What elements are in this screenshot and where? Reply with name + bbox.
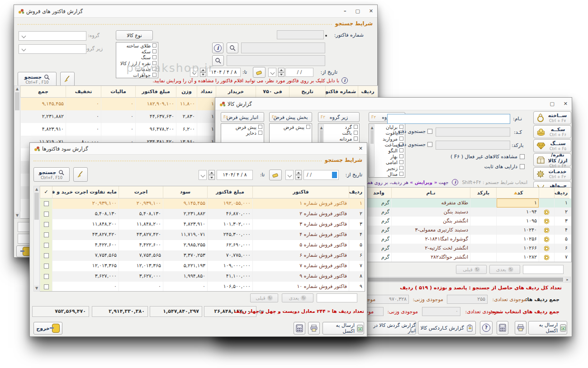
row-checkbox[interactable] xyxy=(44,232,49,237)
next-page-button[interactable]: ↻بعدی xyxy=(489,265,520,274)
list-item[interactable]: گرد xyxy=(324,124,359,130)
product-type-button[interactable]: نوع کالا xyxy=(116,30,153,40)
checkbox[interactable] xyxy=(399,166,403,170)
circulation-report-button[interactable]: گزارش گردش کالا در انبار xyxy=(365,321,416,335)
profit-row[interactable]: ۵,۴۰۸,۱۳۰۵,۴۰۸,۱۳۰۲,۲۳۱,۸۸۲۴۶,۸۷۰,۰۰۰فاک… xyxy=(40,209,365,219)
date-from-dropdown[interactable] xyxy=(285,170,294,180)
code-exact-search[interactable]: جستجوی دقیق xyxy=(387,128,432,134)
date-from-spinner[interactable] xyxy=(295,170,302,180)
checkbox[interactable] xyxy=(399,160,403,164)
checkbox[interactable] xyxy=(152,55,156,59)
filter-button-3[interactable]: F۵انبار پیش فرض xyxy=(221,112,264,122)
exit-button[interactable]: خروج xyxy=(33,322,62,335)
show-inactive-items-option[interactable]: مشاهده کالاهای غیر فعال ( F۶ ) xyxy=(450,154,525,160)
clear-filters-broom-button[interactable] xyxy=(73,167,88,182)
group-dropdown[interactable] xyxy=(19,31,86,41)
row-checkbox[interactable] xyxy=(44,284,49,289)
checkbox[interactable] xyxy=(354,125,358,129)
list-item[interactable]: مردانه xyxy=(324,136,359,142)
profit-table-scrollbar[interactable]: ▲▼ xyxy=(33,186,40,292)
export-excel-button[interactable]: X ارسال به اکسل xyxy=(322,322,364,335)
list-item[interactable]: پیش فرض xyxy=(270,124,312,130)
profit-row[interactable]: ۲۰,۹۳۹,۱۰۰۲۰,۹۳۹,۱۰۰۹,۱۴۵,۴۵۵۱۹۲,۰۵۵,۰۰۰… xyxy=(40,198,365,209)
category-ring-button[interactable]: ســاختهCtrl + F۷ xyxy=(533,111,571,124)
product-type-item[interactable]: طلای ساخته xyxy=(116,42,158,48)
profit-row[interactable]: ۱۱,۸۴۸,۲۰۰۱۱,۸۴۸,۲۰۰۴,۸۲۳,۹۱۰۱۰۱,۳۰۲,۰۰۰… xyxy=(40,219,365,230)
seller-search-input[interactable] xyxy=(227,55,325,66)
invoice-profit-table[interactable]: ✓مابه تفاوت اجرت خرید و فروشاجرتسودمبلغ … xyxy=(40,186,365,292)
list-item[interactable]: امامی xyxy=(375,159,405,165)
checkbox[interactable] xyxy=(399,154,403,158)
search-button[interactable]: جستجو Ctrl+F , F10 xyxy=(18,72,57,86)
clear-filters-broom-button[interactable] xyxy=(60,72,75,86)
row-checkbox[interactable] xyxy=(44,201,49,206)
print-button[interactable] xyxy=(308,322,320,335)
barcode-input[interactable] xyxy=(436,141,510,150)
checkbox[interactable] xyxy=(258,131,262,135)
checkbox[interactable] xyxy=(399,148,403,152)
profit-row[interactable]: ۳,۶۲۷,۰۰۰۳,۶۲۷,۰۰۰۱,۹۹۴,۸۵۰۴۱,۱۰۰,۰۰۰فاک… xyxy=(40,271,365,282)
row-checkbox[interactable] xyxy=(44,212,49,217)
minimize-button[interactable]: – xyxy=(344,8,346,14)
date-from-spinner[interactable] xyxy=(278,68,285,77)
list-item[interactable]: ذخایر xyxy=(221,130,264,136)
date-to-spinner[interactable] xyxy=(209,170,215,180)
checkbox[interactable] xyxy=(399,172,403,176)
buyer-search-input[interactable] xyxy=(241,42,325,53)
product-type-item[interactable]: سکه xyxy=(116,48,158,54)
close-button[interactable]: ✕ xyxy=(369,8,373,14)
list-item[interactable]: مروارید xyxy=(375,136,405,142)
checkbox[interactable] xyxy=(306,125,310,129)
sales-table-scrollbar[interactable]: ▲▼ xyxy=(14,85,20,219)
checkbox[interactable] xyxy=(354,137,358,141)
calculator-button[interactable] xyxy=(294,322,305,335)
export-excel-button[interactable]: X ارسال به اکسل xyxy=(528,321,567,335)
list-item[interactable]: زنجیر xyxy=(375,165,405,171)
fixed-assets-option[interactable]: دارایی های ثابت xyxy=(484,164,525,170)
list-item[interactable]: بهار xyxy=(375,153,405,159)
row-checkbox[interactable] xyxy=(44,264,49,269)
date-to-input[interactable]: ۱۴۰۴/ ۴ / ۸ xyxy=(217,170,253,180)
page-number-input[interactable] xyxy=(317,293,357,302)
checkbox[interactable] xyxy=(152,49,156,53)
close-button[interactable]: ✕ xyxy=(359,146,363,151)
profit-row[interactable]: ۱۲,۰۱۳,۳۶۵۱۲,۰۱۳,۳۶۵۵,۲۲۱,۱۹۳۱۰۹,۰۰۰,۰۰۰… xyxy=(40,261,365,271)
checkbox[interactable] xyxy=(258,125,262,129)
date-to-dropdown[interactable] xyxy=(199,170,207,180)
category-coin-button[interactable]: سکــهCtrl + F۶ xyxy=(533,125,571,138)
list-scrollbar[interactable]: ▲ xyxy=(370,124,375,177)
row-checkbox[interactable] xyxy=(44,222,49,227)
invoice-info-button[interactable]: i xyxy=(212,42,223,53)
code-input[interactable] xyxy=(436,127,510,137)
barcode-exact-search[interactable]: جستجوی دقیق xyxy=(387,142,432,147)
list-item[interactable]: النگو xyxy=(375,147,405,153)
calculator-button[interactable] xyxy=(497,321,508,335)
filter-button-2[interactable]: F۴بخش پیش فرض xyxy=(269,112,312,122)
category-gear-button[interactable]: خدمـاتCtrl + F۳ xyxy=(533,167,571,180)
profit-row[interactable]: ۴,۴۲۲,۶۰۰۴,۴۲۲,۶۰۰۲,۹۸۵,۲۵۵۶۲,۶۹۰,۰۰۰فاک… xyxy=(40,240,365,250)
prev-page-button[interactable]: ↻قبلی xyxy=(250,293,278,302)
date-from-input[interactable]: / / xyxy=(285,68,313,77)
maximize-button[interactable]: ▢ xyxy=(355,8,360,14)
name-input[interactable] xyxy=(387,114,510,124)
search-button[interactable]: جستجو Ctrl+F, F10 xyxy=(33,167,70,182)
product-type-item[interactable]: سنگ xyxy=(116,54,158,60)
checkbox[interactable] xyxy=(354,131,358,135)
list-item[interactable]: مدال xyxy=(375,171,405,177)
buyer-search-button[interactable] xyxy=(227,42,238,53)
kardex-report-button[interactable]: گزارش کـاردکس کالا xyxy=(418,321,476,335)
category-box-button[interactable]: نقره/ ارز/ کالاCtrl + F۴ xyxy=(533,153,571,166)
checkbox[interactable] xyxy=(399,137,403,141)
list-item[interactable]: پیش فرض xyxy=(221,124,264,130)
print-button[interactable] xyxy=(515,321,526,335)
profit-row[interactable]: ۰۰۰۱۰۶,۵۰۰,۰۰۰فاکتور فروش شماره ۱۰۹ xyxy=(40,282,365,292)
date-clear-button[interactable] xyxy=(269,170,282,180)
invoice-number-input[interactable] xyxy=(277,30,324,39)
checkbox[interactable] xyxy=(152,43,156,47)
product-window-titlebar[interactable]: گزارش کالا ▢ ✕ xyxy=(215,98,572,110)
category-gem-button[interactable]: سنــگCtrl + F۵ xyxy=(533,139,571,152)
next-page-button[interactable]: ↻بعدی xyxy=(282,293,313,302)
row-checkbox[interactable] xyxy=(44,243,49,248)
sales-window-titlebar[interactable]: گزارش فاکتور های فروش – ▢ ✕ xyxy=(14,5,377,18)
list-item[interactable]: باگت xyxy=(324,130,359,136)
